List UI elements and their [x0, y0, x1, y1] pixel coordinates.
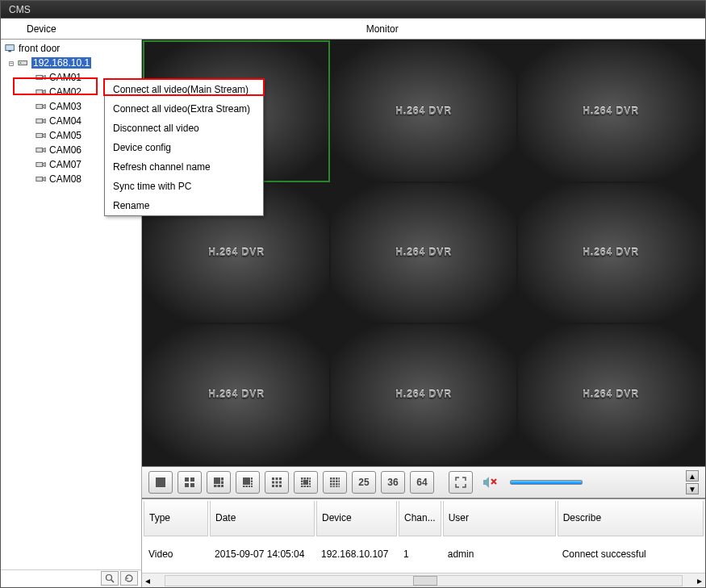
svg-rect-24 — [221, 485, 223, 487]
tree-ip-label: 192.168.10.1 — [31, 57, 91, 69]
svg-rect-58 — [339, 477, 340, 480]
svg-rect-7 — [36, 119, 43, 123]
log-h-scrollbar[interactable]: ◂ ▸ — [142, 573, 705, 587]
video-cell[interactable]: H.264 DVR — [331, 324, 516, 465]
svg-rect-14 — [156, 477, 165, 487]
svg-rect-46 — [310, 477, 311, 480]
svg-rect-22 — [214, 485, 217, 487]
titlebar: CMS — [1, 1, 705, 19]
svg-rect-17 — [185, 483, 189, 487]
video-cell[interactable]: H.264 DVR — [518, 41, 704, 181]
monitor-icon — [4, 43, 17, 54]
layout-25-button[interactable]: 25 — [352, 471, 376, 494]
context-menu-item[interactable]: Sync time with PC — [105, 177, 263, 196]
svg-line-13 — [111, 580, 114, 582]
svg-rect-9 — [36, 148, 43, 152]
video-cell[interactable]: H.264 DVR — [518, 324, 704, 465]
svg-rect-5 — [36, 90, 43, 94]
svg-rect-26 — [251, 477, 253, 480]
layout-4-button[interactable] — [178, 471, 202, 494]
volume-mute-button[interactable] — [478, 471, 502, 494]
camera-icon — [35, 101, 48, 112]
layout-8-button[interactable] — [236, 471, 260, 494]
context-menu: Connect all video(Main Stream)Connect al… — [104, 79, 264, 216]
svg-rect-66 — [339, 483, 340, 486]
app-window: CMS Device Monitor right click IP to sel… — [0, 0, 706, 588]
layout-13-button[interactable] — [294, 471, 318, 494]
svg-rect-59 — [330, 481, 332, 483]
layout-16-button[interactable] — [323, 471, 347, 494]
svg-rect-51 — [301, 486, 303, 487]
camera-icon — [35, 173, 48, 185]
svg-rect-15 — [185, 477, 189, 482]
menu-monitor[interactable]: Monitor — [349, 20, 416, 38]
col-date[interactable]: Date — [210, 501, 315, 536]
volume-slider[interactable] — [510, 480, 583, 485]
camera-icon — [35, 130, 48, 141]
svg-rect-62 — [339, 481, 340, 483]
svg-rect-16 — [190, 477, 194, 482]
svg-rect-47 — [301, 481, 303, 483]
menu-device[interactable]: Device — [9, 20, 74, 38]
svg-rect-67 — [330, 486, 332, 488]
svg-rect-57 — [336, 477, 338, 480]
context-menu-item[interactable]: Connect all video(Main Stream) — [105, 80, 263, 99]
col-device[interactable]: Device — [316, 501, 397, 536]
svg-rect-27 — [251, 481, 253, 483]
scroll-arrows: ▲ ▼ — [686, 470, 699, 494]
layout-9-button[interactable] — [265, 471, 289, 494]
svg-rect-61 — [336, 481, 338, 483]
expand-icon[interactable]: ⊟ — [9, 59, 17, 68]
svg-rect-21 — [221, 482, 223, 485]
window-title: CMS — [9, 4, 31, 15]
cam-label: CAM05 — [49, 130, 81, 141]
fullscreen-button[interactable] — [449, 471, 473, 494]
log-row[interactable]: Video 2015-09-07 14:05:04 192.168.10.107… — [144, 538, 704, 571]
svg-rect-64 — [333, 483, 336, 486]
svg-point-3 — [20, 62, 22, 64]
svg-rect-10 — [36, 162, 43, 166]
svg-rect-45 — [307, 477, 309, 480]
svg-rect-2 — [19, 60, 27, 65]
svg-rect-44 — [304, 477, 307, 480]
menubar: Device Monitor right click IP to select … — [1, 19, 705, 40]
video-cell[interactable]: H.264 DVR — [331, 41, 516, 181]
svg-rect-4 — [36, 75, 43, 79]
refresh-button[interactable] — [120, 571, 138, 586]
cam-label: CAM01 — [49, 72, 81, 83]
svg-rect-0 — [6, 45, 15, 51]
svg-rect-39 — [272, 485, 274, 487]
svg-rect-34 — [276, 477, 278, 480]
svg-rect-30 — [246, 486, 249, 487]
svg-rect-36 — [272, 482, 274, 484]
tree-ip-row[interactable]: ⊟ 192.168.10.1 — [2, 56, 140, 70]
svg-rect-31 — [249, 486, 250, 487]
search-button[interactable] — [101, 571, 119, 586]
col-user[interactable]: User — [443, 501, 556, 536]
svg-rect-37 — [276, 482, 278, 484]
col-type[interactable]: Type — [144, 501, 208, 536]
video-cell[interactable]: H.264 DVR — [144, 324, 329, 465]
svg-rect-32 — [251, 486, 253, 487]
svg-rect-20 — [221, 477, 223, 481]
layout-6-button[interactable] — [207, 471, 231, 494]
layout-1-button[interactable] — [148, 471, 173, 494]
context-menu-item[interactable]: Refresh channel name — [105, 157, 263, 177]
svg-rect-19 — [214, 477, 220, 484]
svg-rect-29 — [243, 486, 245, 487]
video-cell[interactable]: H.264 DVR — [518, 183, 704, 323]
context-menu-item[interactable]: Connect all video(Extra Stream) — [105, 99, 263, 119]
context-menu-item[interactable]: Disconnect all video — [105, 119, 263, 138]
col-describe[interactable]: Describe — [558, 501, 704, 536]
sidebar-toolbar — [1, 569, 141, 587]
svg-rect-53 — [307, 486, 309, 487]
tree-root[interactable]: front door — [2, 41, 140, 56]
scroll-up-button[interactable]: ▲ — [686, 470, 699, 482]
context-menu-item[interactable]: Rename — [105, 196, 263, 215]
context-menu-item[interactable]: Device config — [105, 138, 263, 157]
video-cell[interactable]: H.264 DVR — [331, 183, 516, 323]
col-channel[interactable]: Chan... — [399, 501, 441, 536]
layout-64-button[interactable]: 64 — [410, 471, 434, 494]
scroll-down-button[interactable]: ▼ — [686, 483, 699, 494]
layout-36-button[interactable]: 36 — [381, 471, 405, 494]
